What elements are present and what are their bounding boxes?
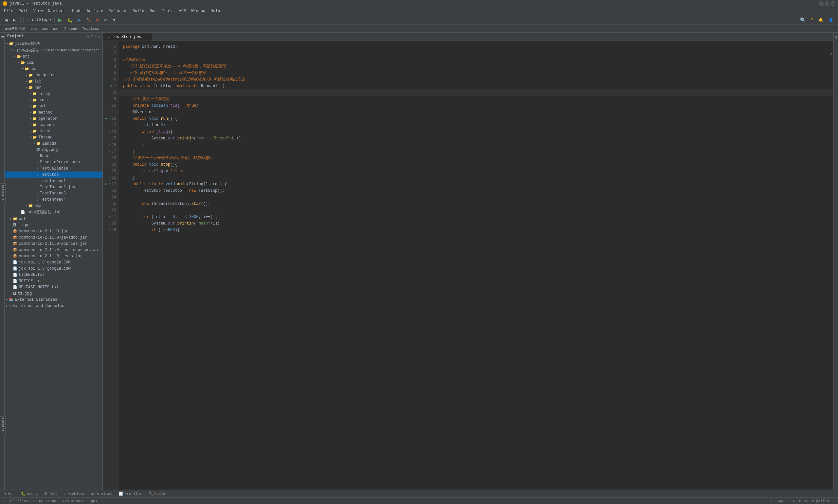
db-sidebar-icon[interactable]: DB — [834, 34, 837, 41]
tree-testthread4[interactable]: ▸ ☕ TestThread4 — [4, 196, 103, 202]
tree-exception[interactable]: ▸ 📁 exception — [4, 72, 103, 78]
menu-code[interactable]: Code — [69, 8, 84, 14]
menu-help[interactable]: Help — [208, 8, 222, 14]
status-line-ending[interactable]: CRLF — [778, 499, 786, 503]
tree-commons-io2[interactable]: ▸ 📦 commons-io-2.11.0-javadoc.jar — [4, 234, 103, 240]
tree-race[interactable]: ▸ ☕ Race — [4, 153, 103, 159]
bottom-tab-problems[interactable]: ⚠ Problems — [61, 491, 88, 497]
status-encoding[interactable]: UTF-8 — [790, 499, 801, 503]
updates-button[interactable]: 🔔 — [816, 17, 825, 23]
code-content[interactable]: package com.nan.Thread; //测试stop //1.建议线… — [119, 41, 834, 490]
sync-button[interactable]: ⟳ — [102, 17, 109, 23]
breadcrumb-thread[interactable]: Thread — [64, 27, 77, 31]
tree-notice[interactable]: ▸ 📄 NOTICE.txt — [4, 278, 103, 284]
coverage-button[interactable]: ▶ — [76, 17, 83, 23]
tree-jdk-chw[interactable]: ▸ 📄 jdk api 1.8_google.chw — [4, 266, 103, 272]
bottom-tab-profiler[interactable]: 📊 Profiler — [115, 491, 145, 497]
status-branch[interactable]: CSDN @AlfId... — [805, 499, 835, 503]
tree-iml[interactable]: ▸ 📄 java基础语法.iml — [4, 209, 103, 216]
run-button[interactable]: ▶ — [56, 16, 64, 23]
panel-list-icon[interactable]: ≡ — [91, 34, 93, 39]
panel-settings-icon[interactable]: ⚙ — [97, 34, 100, 39]
tree-stactic-proxy[interactable]: ▸ ☕ StacticProxy.java — [4, 159, 103, 165]
bottom-tab-terminal[interactable]: ▣ Terminal — [88, 491, 115, 497]
run-gutter-22[interactable]: ▶ — [105, 181, 107, 187]
status-cursor[interactable]: 8:1 — [767, 499, 774, 503]
fold-gutter-19[interactable]: ▾ — [108, 161, 110, 168]
tree-release[interactable]: ▸ 📄 RELEASE-NOTES.txt — [4, 284, 103, 290]
fold-gutter-14[interactable]: ▾ — [108, 129, 110, 135]
tree-testthread2[interactable]: ▸ ☕ TestThread2.java — [4, 184, 103, 190]
fold-gutter-12[interactable]: ▾ — [108, 115, 110, 122]
menu-edit[interactable]: Edit — [16, 8, 31, 14]
tree-commons-io1[interactable]: ▸ 📦 commons-io-2.11.0.jar — [4, 228, 103, 234]
tree-thread[interactable]: ▾ 📂 Thread — [4, 134, 103, 140]
tree-nan[interactable]: ▾ 📂 nan — [4, 66, 103, 72]
fold-gutter-29[interactable]: ▾ — [108, 227, 110, 233]
bottom-tab-run[interactable]: ▶ Run — [1, 491, 18, 497]
debug-button[interactable]: 🐛 — [65, 17, 75, 23]
menu-view[interactable]: View — [31, 8, 46, 14]
breadcrumb-project[interactable]: java基础语法 — [3, 26, 25, 31]
breadcrumb-nan[interactable]: nan — [53, 27, 59, 31]
tree-array[interactable]: ▸ 📁 array — [4, 91, 103, 97]
tree-img-png[interactable]: ▸ 🖼 img.png — [4, 147, 103, 153]
tree-lambda[interactable]: ▸ 📁 lambda — [4, 140, 103, 147]
breadcrumb-src[interactable]: src — [31, 27, 37, 31]
menu-tools[interactable]: Tools — [159, 8, 176, 14]
tree-base[interactable]: ▸ 📁 base — [4, 97, 103, 103]
tree-lib[interactable]: ▸ 📁 lib — [4, 78, 103, 85]
activity-project-icon[interactable]: P — [0, 34, 4, 40]
tree-testthread1[interactable]: ▸ ☕ TestThread1 — [4, 178, 103, 184]
tree-t1jpg[interactable]: ▸ 🖼 t1.jpg — [4, 290, 103, 296]
tree-operator[interactable]: ▸ 📁 operator — [4, 115, 103, 122]
menu-refactor[interactable]: Refactor — [106, 8, 130, 14]
toolbar-back-button[interactable]: ◀ — [3, 17, 10, 23]
tree-com[interactable]: ▾ 📂 com — [4, 59, 103, 66]
editor-tab-teststop[interactable]: ☕ TestStop.java ✕ — [103, 33, 152, 40]
menu-build[interactable]: Build — [130, 8, 147, 14]
tree-commons-io5[interactable]: ▸ 📦 commons-io-2.11.0-tests.jar — [4, 253, 103, 259]
favorites-tab[interactable]: Favorites — [0, 416, 5, 437]
tree-method[interactable]: ▸ 📁 method — [4, 109, 103, 115]
tree-license[interactable]: ▸ 📄 LICENSE.txt — [4, 272, 103, 278]
menu-navigate[interactable]: Navigate — [45, 8, 69, 14]
help-button[interactable]: ? — [809, 17, 815, 23]
menu-window[interactable]: Window — [189, 8, 208, 14]
build-button[interactable]: 🔨 — [84, 17, 93, 23]
tree-test-stop[interactable]: ▸ ☕ TestStop — [4, 172, 103, 178]
tree-test-callable[interactable]: ▸ ☕ TestCallable — [4, 165, 103, 172]
tree-src[interactable]: ▾ 📂 src — [4, 53, 103, 59]
more-actions-button[interactable]: ▼ — [110, 17, 118, 23]
structure-tab[interactable]: Structure — [0, 183, 5, 204]
bottom-tab-todo[interactable]: ☰ TODO — [41, 491, 60, 497]
bottom-tab-debug[interactable]: 🐛 Debug — [18, 491, 41, 497]
menu-run[interactable]: Run — [147, 8, 159, 14]
tree-external-libs[interactable]: ▸ 📚 External Libraries — [4, 296, 103, 303]
bottom-tab-build[interactable]: 🔨 Build — [145, 491, 168, 497]
panel-sort-icon[interactable]: ↕ — [94, 34, 96, 39]
tree-scratches[interactable]: ▸ ✎ Scratches and Consoles — [4, 303, 103, 309]
search-button[interactable]: 🔍 — [798, 17, 807, 23]
tree-gui[interactable]: ▸ 📁 gui — [4, 103, 103, 109]
menu-vcs[interactable]: VCS — [176, 8, 189, 14]
tree-oop[interactable]: ▸ 📁 oop — [4, 202, 103, 209]
tree-out[interactable]: ▸ 📁 out — [4, 216, 103, 222]
tree-java-project[interactable]: ▾ ☕ java基础语法 C:\Users\Nan\IdeaProjects\j… — [4, 47, 103, 53]
stop-button[interactable]: ■ — [94, 17, 101, 23]
breadcrumb-file[interactable]: TestStop — [82, 27, 100, 31]
tree-commons-io3[interactable]: ▸ 📦 commons-io-2.11.0-sources.jar — [4, 240, 103, 247]
panel-gear-icon[interactable]: ⚙ — [87, 34, 90, 39]
maximize-button[interactable]: □ — [825, 1, 830, 6]
tree-commons-io4[interactable]: ▸ 📦 commons-io-2.11.0-test-sources.jar — [4, 247, 103, 253]
fold-gutter-22[interactable]: ▾ — [108, 181, 110, 187]
minimize-button[interactable]: ─ — [819, 1, 824, 6]
tree-nan-sub[interactable]: ▾ 📂 nan — [4, 85, 103, 91]
fold-gutter-21[interactable]: ▾ — [108, 175, 110, 181]
tree-jdk-chm[interactable]: ▸ 📄 jdk api 1.8_google.CHM — [4, 259, 103, 266]
menu-file[interactable]: File — [1, 8, 16, 14]
fold-gutter-27[interactable]: ▾ — [108, 214, 110, 220]
account-button[interactable]: 👤 — [826, 17, 835, 23]
tree-scanner[interactable]: ▸ 📁 scanner — [4, 122, 103, 128]
close-button[interactable]: ✕ — [831, 1, 835, 6]
